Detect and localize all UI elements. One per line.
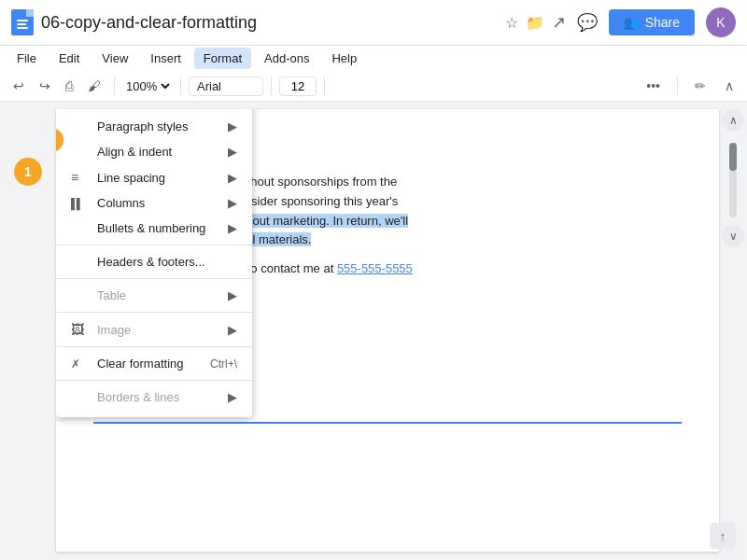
format-bullets-label: Bullets & numbering — [97, 221, 228, 235]
separator-5 — [56, 380, 252, 381]
scrollbar[interactable] — [729, 143, 737, 217]
toolbar: ↩ ↪ ⎙ 🖌 100% Arial 12 ••• ✏ ∧ — [0, 71, 747, 102]
doc-divider — [93, 422, 682, 424]
font-size-input[interactable]: 12 — [279, 77, 317, 96]
print-button[interactable]: ⎙ — [60, 75, 78, 97]
format-image-label: Image — [97, 323, 228, 337]
share-button[interactable]: 👥 Share — [609, 9, 695, 35]
toolbar-separator-4 — [324, 77, 325, 95]
menu-format[interactable]: Format — [194, 48, 251, 69]
doc-page: Sponsorship As you know, th without spon… — [56, 109, 719, 552]
separator-1 — [56, 245, 252, 245]
format-headers-label: Headers & footers... — [97, 255, 237, 269]
share-icon: 👥 — [624, 15, 640, 30]
menu-edit[interactable]: Edit — [49, 48, 89, 69]
floating-action-button[interactable]: ↑ — [710, 523, 736, 549]
menu-bar: File Edit View Insert Format Add-ons Hel… — [0, 46, 747, 71]
format-borders-item: Borders & lines ▶ — [56, 385, 252, 410]
folder-icon[interactable]: 📁 — [526, 14, 544, 32]
align-arrow-icon: ▶ — [228, 145, 237, 159]
left-margin: 1 — [0, 102, 56, 559]
format-table-item: Table ▶ — [56, 283, 252, 308]
columns-arrow-icon: ▶ — [228, 196, 237, 210]
image-arrow-icon: ▶ — [228, 323, 237, 337]
format-borders-label: Borders & lines — [97, 390, 228, 404]
redo-button[interactable]: ↪ — [34, 75, 56, 97]
format-table-label: Table — [97, 288, 228, 302]
title-right: ↗ 💬 👥 Share K — [552, 7, 736, 37]
paragraph-arrow-icon: ▶ — [228, 119, 237, 133]
undo-button[interactable]: ↩ — [7, 75, 30, 97]
more-options-button[interactable]: ••• — [641, 75, 666, 97]
format-dropdown: 2 Text ▶ Paragraph styles ▶ Align & inde… — [56, 109, 252, 417]
format-columns-label: Columns — [97, 196, 228, 210]
line-spacing-icon: ≡ — [71, 170, 90, 185]
format-clear-label: Clear formatting — [97, 357, 195, 371]
separator-4 — [56, 346, 252, 347]
linespacing-arrow-icon: ▶ — [228, 171, 237, 185]
table-arrow-icon: ▶ — [228, 288, 237, 302]
doc-icon — [11, 9, 34, 35]
paint-format-button[interactable]: 🖌 — [82, 75, 106, 97]
format-bullets-item[interactable]: Bullets & numbering ▶ — [56, 216, 252, 241]
star-icon[interactable]: ☆ — [505, 14, 518, 32]
share-label: Share — [645, 15, 680, 30]
format-paragraph-styles-item[interactable]: Paragraph styles ▶ — [56, 114, 252, 139]
comment-icon[interactable]: 💬 — [577, 12, 598, 33]
font-family-select[interactable]: Arial — [189, 77, 263, 96]
menu-help[interactable]: Help — [322, 48, 366, 69]
scroll-up-button[interactable]: ∧ — [722, 109, 744, 132]
borders-arrow-icon: ▶ — [228, 390, 237, 404]
format-paragraph-label: Paragraph styles — [97, 119, 228, 133]
scrollbar-thumb[interactable] — [729, 143, 737, 171]
format-linespacing-label: Line spacing — [97, 171, 228, 185]
scroll-down-button[interactable]: ∨ — [722, 225, 744, 247]
separator-2 — [56, 278, 252, 279]
doc-title: 06-copy-and-clear-formatting — [41, 13, 498, 33]
image-icon: 🖼 — [71, 322, 90, 337]
toolbar-separator-2 — [180, 77, 181, 95]
format-headers-item[interactable]: Headers & footers... — [56, 249, 252, 274]
format-image-item: 🖼 Image ▶ — [56, 316, 252, 343]
zoom-select[interactable]: 100% — [122, 78, 173, 94]
bullets-arrow-icon: ▶ — [228, 221, 237, 235]
separator-3 — [56, 312, 252, 313]
clear-formatting-icon: ✗ — [71, 357, 90, 371]
format-clear-item[interactable]: ✗ Clear formatting Ctrl+\ 3 — [56, 351, 252, 376]
trend-icon[interactable]: ↗ — [552, 12, 566, 33]
format-line-spacing-item[interactable]: ≡ Line spacing ▶ — [56, 164, 252, 190]
toolbar-separator-1 — [114, 77, 115, 95]
title-bar: 06-copy-and-clear-formatting ☆ 📁 ↗ 💬 👥 S… — [0, 0, 747, 46]
menu-addons[interactable]: Add-ons — [255, 48, 318, 69]
menu-file[interactable]: File — [7, 48, 46, 69]
collapse-toolbar-button[interactable]: ∧ — [719, 75, 740, 97]
step-badge-1: 1 — [14, 158, 42, 186]
clear-formatting-shortcut: Ctrl+\ — [210, 357, 237, 371]
edit-mode-button[interactable]: ✏ — [689, 75, 712, 97]
format-align-item[interactable]: Align & indent ▶ — [56, 139, 252, 164]
menu-insert[interactable]: Insert — [141, 48, 190, 69]
menu-view[interactable]: View — [92, 48, 137, 69]
format-align-label: Align & indent — [97, 145, 228, 159]
columns-icon: ▌▌ — [71, 198, 90, 209]
avatar: K — [706, 7, 736, 37]
doc-area: 1 Sponsorship As you know, th without sp… — [0, 102, 747, 559]
format-columns-item[interactable]: ▌▌ Columns ▶ — [56, 190, 252, 216]
toolbar-separator-3 — [271, 77, 272, 95]
right-margin: ∧ ∨ — [719, 102, 747, 559]
toolbar-separator-5 — [677, 77, 678, 95]
